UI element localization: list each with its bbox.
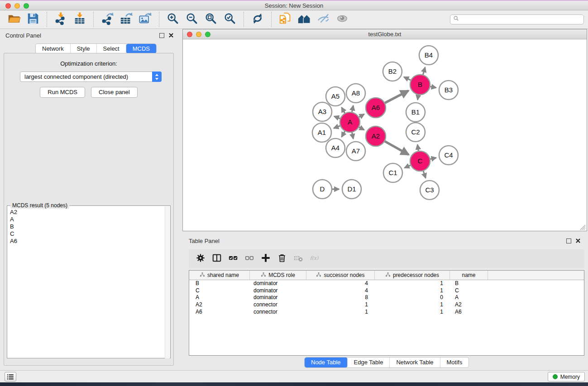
zoom-window-button[interactable]	[24, 3, 29, 9]
edge-A2-C[interactable]	[385, 141, 409, 155]
cell-shared-name[interactable]: C	[189, 287, 250, 295]
edge-A-A7[interactable]	[352, 133, 354, 139]
node-A4[interactable]: A4	[326, 138, 345, 157]
table-row[interactable]: Bdominator41B	[189, 280, 584, 287]
node-C2[interactable]: C2	[406, 123, 425, 142]
node-C4[interactable]: C4	[439, 146, 458, 165]
select-all-button[interactable]	[225, 252, 241, 266]
tab-network-table[interactable]: Network Table	[390, 357, 440, 367]
cell-shared-name[interactable]: B	[189, 280, 250, 287]
node-A[interactable]: A	[340, 112, 360, 132]
open-file-button[interactable]	[6, 12, 22, 27]
save-session-button[interactable]	[25, 12, 41, 27]
tab-network[interactable]: Network	[36, 44, 71, 53]
tab-motifs[interactable]: Motifs	[440, 357, 469, 367]
tab-edge-table[interactable]: Edge Table	[348, 357, 390, 367]
column-header-MCDS-role[interactable]: MCDS role	[250, 271, 306, 280]
cell-predecessor-nodes[interactable]: 1	[375, 309, 450, 316]
zoom-in-button[interactable]	[165, 12, 181, 27]
import-network-button[interactable]	[53, 12, 68, 27]
cell-successor-nodes[interactable]: 4	[306, 287, 375, 295]
node-A3[interactable]: A3	[313, 102, 332, 121]
cell-name[interactable]: A	[450, 294, 488, 301]
export-image-button[interactable]	[138, 12, 153, 27]
cell-predecessor-nodes[interactable]: 1	[375, 287, 450, 295]
edge-C-C2[interactable]	[417, 145, 418, 151]
edge-A-A5[interactable]	[342, 107, 345, 113]
deselect-all-button[interactable]	[241, 252, 258, 266]
edge-A-A2[interactable]	[359, 127, 364, 130]
cell-shared-name[interactable]: A6	[189, 309, 250, 316]
node-C3[interactable]: C3	[420, 181, 439, 200]
node-A5[interactable]: A5	[326, 87, 345, 106]
node-B2[interactable]: B2	[383, 62, 402, 81]
close-window-button[interactable]	[5, 3, 11, 9]
cell-MCDS-role[interactable]: connector	[250, 301, 306, 309]
edge-A-A1[interactable]	[334, 126, 340, 128]
column-header-predecessor-nodes[interactable]: predecessor nodes	[375, 271, 450, 280]
cell-MCDS-role[interactable]: dominator	[250, 294, 306, 301]
edge-A-A6[interactable]	[359, 114, 364, 117]
search-box[interactable]	[450, 14, 584, 24]
edge-B-B1[interactable]	[418, 95, 419, 100]
cell-name[interactable]: A6	[450, 309, 488, 316]
table-row[interactable]: Cdominator41C	[189, 287, 584, 295]
cell-shared-name[interactable]: A2	[189, 301, 250, 309]
edge-C-C1[interactable]	[405, 165, 411, 168]
cell-MCDS-role[interactable]: connector	[250, 309, 306, 316]
run-mcds-button[interactable]: Run MCDS	[40, 87, 85, 98]
edge-C-C3[interactable]	[423, 171, 425, 178]
edge-B-B2[interactable]	[404, 77, 411, 80]
delete-button[interactable]	[274, 252, 290, 266]
export-table-button[interactable]	[119, 12, 134, 27]
add-button[interactable]	[258, 252, 274, 266]
cell-successor-nodes[interactable]: 1	[306, 309, 375, 316]
node-D1[interactable]: D1	[342, 180, 361, 199]
table-row[interactable]: Adominator80A	[189, 294, 584, 301]
cell-MCDS-role[interactable]: dominator	[250, 280, 306, 287]
float-table-panel-icon[interactable]	[566, 238, 571, 243]
criterion-dropdown[interactable]: largest connected component (directed)	[20, 71, 162, 82]
node-D[interactable]: D	[313, 180, 332, 199]
edge-A6-B[interactable]	[385, 91, 408, 103]
network-minimize-button[interactable]	[196, 32, 201, 37]
result-item[interactable]: C	[7, 230, 164, 238]
column-header-name[interactable]: name	[450, 271, 488, 280]
edge-A-A3[interactable]	[334, 116, 340, 119]
result-item[interactable]: A2	[7, 209, 164, 216]
node-A1[interactable]: A1	[312, 123, 331, 142]
float-panel-icon[interactable]	[159, 33, 164, 38]
memory-button[interactable]: Memory	[548, 372, 585, 381]
result-item[interactable]: A	[7, 216, 164, 223]
edge-A-A8[interactable]	[352, 105, 354, 112]
node-A6[interactable]: A6	[366, 98, 386, 118]
edge-B-B3[interactable]	[430, 86, 436, 88]
node-A8[interactable]: A8	[346, 84, 365, 103]
zoom-selected-button[interactable]	[222, 12, 238, 27]
edge-A-A4[interactable]	[342, 131, 345, 137]
settings-button[interactable]	[192, 252, 209, 266]
tab-style[interactable]: Style	[71, 44, 97, 53]
resize-grip-icon[interactable]	[580, 224, 586, 230]
split-view-button[interactable]	[209, 252, 225, 266]
cell-predecessor-nodes[interactable]: 1	[375, 280, 450, 287]
node-B[interactable]: B	[410, 75, 430, 95]
node-B4[interactable]: B4	[419, 46, 438, 65]
cell-predecessor-nodes[interactable]: 1	[375, 301, 450, 309]
cell-successor-nodes[interactable]: 4	[306, 280, 375, 287]
edge-C-C4[interactable]	[430, 158, 436, 159]
node-B1[interactable]: B1	[406, 103, 425, 122]
minimize-window-button[interactable]	[14, 3, 20, 9]
tab-select[interactable]: Select	[97, 44, 126, 53]
node-C1[interactable]: C1	[383, 163, 402, 182]
network-graph[interactable]: B4B2BB3A8A5A6A3B1AC2A1A2A4A7C4CC1DD1C3	[183, 39, 587, 231]
node-C[interactable]: C	[410, 151, 430, 171]
tab-node-table[interactable]: Node Table	[305, 357, 348, 367]
tab-mcds[interactable]: MCDS	[126, 44, 156, 53]
close-table-panel-icon[interactable]	[575, 238, 581, 243]
result-item[interactable]: B	[7, 223, 164, 230]
zoom-fit-button[interactable]	[203, 12, 219, 27]
hide-graphics-button[interactable]	[316, 12, 331, 27]
node-A7[interactable]: A7	[346, 142, 365, 161]
cell-name[interactable]: A2	[450, 301, 488, 309]
